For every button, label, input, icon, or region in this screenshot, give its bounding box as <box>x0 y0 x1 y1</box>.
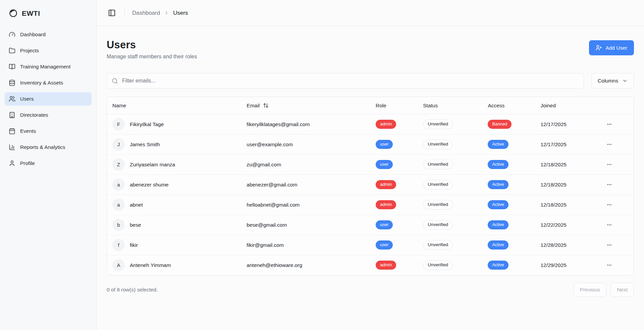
status-badge: Unverified <box>423 240 453 250</box>
breadcrumb-current: Users <box>173 10 188 16</box>
user-email: zu@gmail.com <box>247 162 281 167</box>
column-header-joined: Joined <box>535 97 599 114</box>
status-badge: Unverified <box>423 220 453 230</box>
role-badge: admin <box>376 261 396 269</box>
table-header-row: Name Email <box>107 97 634 114</box>
sidebar-toggle-button[interactable] <box>107 8 117 18</box>
users-table: Name Email <box>107 97 634 275</box>
table-row[interactable]: a abenezer shume abenezer@gmail.com admi… <box>107 175 634 195</box>
column-header-actions <box>599 97 634 114</box>
columns-label: Columns <box>598 78 618 84</box>
avatar: Z <box>112 158 125 171</box>
users-table-card: Name Email <box>107 97 634 275</box>
row-actions-button[interactable] <box>605 160 614 169</box>
columns-dropdown-button[interactable]: Columns <box>591 73 634 89</box>
row-actions-button[interactable] <box>605 240 614 250</box>
sidebar-item-training-management[interactable]: Training Management <box>5 60 92 73</box>
table-row[interactable]: J James Smith user@example.com user Unve… <box>107 134 634 155</box>
table-row[interactable]: b bese bese@gmail.com user Unverified Ac… <box>107 215 634 235</box>
status-badge: Unverified <box>423 260 453 270</box>
topbar: Dashboard Users <box>97 0 644 26</box>
toolbar: Columns <box>107 73 634 89</box>
ellipsis-icon <box>606 161 612 168</box>
filter-emails-input[interactable] <box>122 78 579 84</box>
status-badge: Unverified <box>423 160 453 169</box>
column-header-role: Role <box>370 97 418 114</box>
sidebar-item-users[interactable]: Users <box>5 92 92 106</box>
user-name: Anteneh Yimmam <box>130 262 171 268</box>
ellipsis-icon <box>606 141 612 148</box>
table-row[interactable]: a abnet helloabnet@gmail.com admin Unver… <box>107 195 634 215</box>
email-sort-button[interactable] <box>262 102 269 109</box>
breadcrumb-dashboard[interactable]: Dashboard <box>132 10 160 16</box>
user-email: anteneh@ethioware.org <box>247 262 302 268</box>
joined-date: 12/18/2025 <box>540 182 567 187</box>
role-badge: user <box>376 160 393 169</box>
sidebar-item-reports-analytics[interactable]: Reports & Analytics <box>5 141 92 154</box>
row-actions-button[interactable] <box>605 140 614 149</box>
role-badge: user <box>376 220 393 229</box>
sidebar-item-projects[interactable]: Projects <box>5 44 92 57</box>
search-icon <box>112 78 118 84</box>
row-actions-button[interactable] <box>605 220 614 229</box>
row-actions-button[interactable] <box>605 200 614 209</box>
user-email: bese@gmail.com <box>247 222 287 228</box>
role-badge: user <box>376 240 393 249</box>
user-name: James Smith <box>130 142 160 148</box>
table-row[interactable]: F Fikiryilkal Tage fikeryilklatages@gmai… <box>107 114 634 134</box>
main-area: Dashboard Users Users Manage staff membe… <box>97 0 644 330</box>
avatar: F <box>112 118 125 130</box>
user-name: abnet <box>130 202 143 208</box>
role-badge: user <box>376 140 393 149</box>
sidebar-item-directorates[interactable]: Directorates <box>5 108 92 122</box>
add-user-label: Add User <box>605 45 627 51</box>
access-badge: Active <box>488 200 508 209</box>
joined-date: 12/18/2025 <box>540 202 567 208</box>
user-email: fikir@gmail.com <box>247 242 283 248</box>
building-icon <box>9 112 15 118</box>
sidebar-item-profile[interactable]: Profile <box>5 157 92 170</box>
sidebar-item-events[interactable]: Events <box>5 124 92 138</box>
user-email: user@example.com <box>247 142 293 147</box>
calendar-icon <box>9 128 15 134</box>
brand: EWTI <box>0 0 96 28</box>
access-badge: Active <box>488 160 508 169</box>
table-row[interactable]: Z Zuriyaselam manza zu@gmail.com user Un… <box>107 155 634 175</box>
user-name: bese <box>130 222 141 228</box>
table-row[interactable]: A Anteneh Yimmam anteneh@ethioware.org a… <box>107 255 634 275</box>
row-actions-button[interactable] <box>605 180 614 189</box>
ellipsis-icon <box>606 121 612 127</box>
ellipsis-icon <box>606 222 612 228</box>
chevron-down-icon <box>622 78 628 84</box>
sidebar-item-inventory-assets[interactable]: Inventory & Assets <box>5 76 92 90</box>
joined-date: 12/29/2025 <box>540 262 567 268</box>
role-badge: admin <box>376 200 396 209</box>
chevron-right-icon <box>164 10 169 15</box>
avatar: a <box>112 199 125 211</box>
ellipsis-icon <box>606 202 612 208</box>
row-actions-button[interactable] <box>605 120 614 129</box>
user-name: abenezer shume <box>130 182 168 188</box>
user-email: abenezer@gmail.com <box>247 182 297 187</box>
book-open-icon <box>9 63 15 70</box>
previous-page-button[interactable]: Previous <box>574 283 606 297</box>
next-page-button[interactable]: Next <box>610 283 634 297</box>
content: Users Manage staff members and their rol… <box>97 26 644 330</box>
sidebar: EWTI Dashboard Projects Training Managem… <box>0 0 97 330</box>
ellipsis-icon <box>606 181 612 188</box>
sidebar-item-dashboard[interactable]: Dashboard <box>5 28 92 41</box>
page-subtitle: Manage staff members and their roles <box>107 54 197 60</box>
access-badge: Active <box>488 140 508 149</box>
column-header-access: Access <box>482 97 535 114</box>
page-header: Users Manage staff members and their rol… <box>107 39 634 60</box>
ewti-logo-icon <box>9 9 18 18</box>
row-actions-button[interactable] <box>605 261 614 270</box>
user-email: helloabnet@gmail.com <box>247 202 300 208</box>
table-footer: 0 of 8 row(s) selected. Previous Next <box>107 283 634 297</box>
panel-left-icon <box>108 9 116 17</box>
ellipsis-icon <box>606 242 612 248</box>
pagination: Previous Next <box>574 283 634 297</box>
add-user-button[interactable]: Add User <box>589 40 634 55</box>
avatar: b <box>112 219 125 231</box>
table-row[interactable]: f fikir fikir@gmail.com user Unverified … <box>107 235 634 255</box>
